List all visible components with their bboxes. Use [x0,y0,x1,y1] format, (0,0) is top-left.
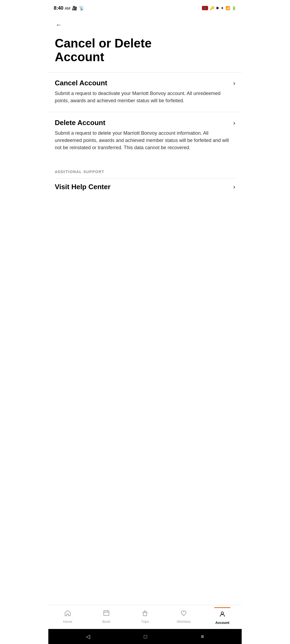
help-center-title: Visit Help Center [55,183,111,191]
wifi-icon: 📶 [226,6,230,10]
cancel-account-content: Cancel Account Submit a request to deact… [55,79,233,104]
home-icon [64,610,71,619]
status-time: 8:40 AM [54,5,70,11]
svg-point-6 [221,612,224,614]
account-icon [219,611,226,620]
nav-trips-wrapper: Trips [126,609,164,625]
page-title-section: Cancel or Delete Account [48,32,242,72]
sys-nav-bar: ◁ □ ≡ [48,629,242,644]
nav-book[interactable]: Book [102,609,110,625]
wishlists-icon [180,610,187,619]
main-content: ← Cancel or Delete Account Cancel Accoun… [48,15,242,605]
nav-account-label: Account [215,621,229,625]
nav-wishlists-label: Wishlists [177,620,190,624]
trips-icon [142,610,148,619]
nav-home-label: Home [63,620,73,624]
back-button[interactable]: ← [55,20,63,30]
cancel-account-description: Submit a request to deactivate your Marr… [55,90,229,104]
nav-trips-label: Trips [141,620,149,624]
camera-icon: 🎥 [72,6,77,11]
cancel-account-chevron: › [233,80,235,87]
sys-home-button[interactable]: □ [142,631,149,642]
nav-active-indicator [214,607,230,608]
bottom-nav: Home Book Tri [48,605,242,629]
key-icon: 🔑 [210,6,214,10]
svg-rect-4 [143,612,147,616]
back-button-row: ← [48,15,242,32]
bluetooth-icon: ✱ [216,6,219,10]
delete-account-item[interactable]: Delete Account Submit a request to delet… [48,112,242,159]
cancel-account-item[interactable]: Cancel Account Submit a request to deact… [48,72,242,112]
help-center-item[interactable]: Visit Help Center › [55,178,235,195]
delete-account-description: Submit a request to delete your Marriott… [55,130,229,151]
content-spacer [48,195,242,217]
list-section: Cancel Account Submit a request to deact… [48,72,242,159]
nav-home-wrapper: Home [48,609,87,625]
book-icon [103,610,110,619]
additional-support-label: ADDITIONAL SUPPORT [55,170,235,174]
battery-icon: 🔋 [232,6,236,10]
delete-account-chevron: › [233,120,235,127]
delete-account-content: Delete Account Submit a request to delet… [55,119,233,151]
nav-account[interactable]: Account [215,610,229,626]
location-icon: ✦ [221,6,224,10]
svg-rect-0 [104,611,109,615]
status-bar-right: 🎥 🔑 ✱ ✦ 📶 🔋 [202,6,236,10]
nav-account-wrapper: Account [203,607,242,626]
status-bar-left: 8:40 AM 🎥 📡 [54,5,84,11]
additional-support-section: ADDITIONAL SUPPORT Visit Help Center › [48,170,242,195]
status-bar: 8:40 AM 🎥 📡 🎥 🔑 ✱ ✦ 📶 🔋 [48,0,242,15]
help-center-chevron: › [233,184,235,191]
nav-wishlists[interactable]: Wishlists [177,609,190,625]
cancel-account-title: Cancel Account [55,79,229,87]
nav-home[interactable]: Home [63,609,73,625]
sys-menu-button[interactable]: ≡ [199,631,206,642]
nav-book-wrapper: Book [87,609,126,625]
delete-account-title: Delete Account [55,119,229,127]
recording-icon: 🎥 [202,6,208,10]
cast-icon: 📡 [79,6,84,11]
sys-back-button[interactable]: ◁ [84,631,92,642]
nav-trips[interactable]: Trips [141,609,149,625]
page-title: Cancel or Delete Account [55,36,235,64]
nav-wishlists-wrapper: Wishlists [164,609,203,625]
nav-book-label: Book [102,620,110,624]
